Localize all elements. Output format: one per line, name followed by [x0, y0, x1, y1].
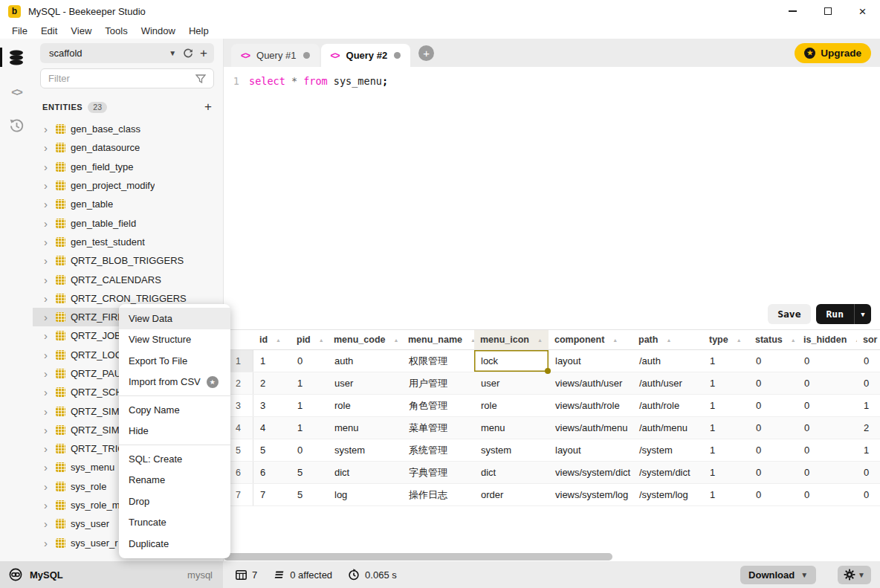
table-cell[interactable]: dict [474, 462, 549, 483]
context-menu-item[interactable]: View Structure [119, 329, 230, 351]
table-cell[interactable]: order [474, 484, 549, 505]
table-cell[interactable]: 0 [857, 484, 880, 505]
sidebar-entity[interactable]: ›gen_test_student [33, 233, 223, 251]
column-header-pid[interactable]: pid▲ [291, 330, 328, 349]
chevron-right-icon[interactable]: › [44, 481, 51, 492]
chevron-right-icon[interactable]: › [44, 255, 51, 266]
sidebar-entity[interactable]: ›QRTZ_BLOB_TRIGGERS [33, 251, 223, 270]
table-cell[interactable]: 3 [253, 395, 291, 416]
table-cell[interactable]: /auth/menu [632, 417, 703, 439]
close-button[interactable]: × [845, 0, 880, 22]
menu-window[interactable]: Window [135, 25, 182, 36]
column-header-component[interactable]: component▲ [549, 330, 632, 349]
sort-icon[interactable]: ▲ [319, 337, 324, 343]
sort-icon[interactable]: ▲ [537, 337, 543, 343]
table-cell[interactable]: 0 [749, 372, 798, 394]
chevron-right-icon[interactable]: › [44, 424, 51, 436]
chevron-right-icon[interactable]: › [44, 293, 51, 304]
table-cell[interactable]: 0 [798, 395, 857, 416]
sidebar-tab-tables[interactable] [0, 45, 33, 70]
column-header-path[interactable]: path▲ [632, 330, 703, 349]
table-cell[interactable]: menu [328, 417, 402, 439]
table-cell[interactable]: views/system/log [549, 484, 632, 505]
column-header-type[interactable]: type▲ [703, 330, 749, 349]
chevron-right-icon[interactable]: › [44, 500, 51, 511]
table-cell[interactable]: 5 [291, 484, 328, 505]
table-cell[interactable]: 0 [798, 417, 857, 439]
column-header-sor[interactable]: sor▲ [857, 330, 880, 349]
filter-input[interactable] [48, 73, 195, 84]
table-cell[interactable]: lock [474, 350, 549, 372]
tab-unsaved-dot[interactable] [303, 52, 310, 59]
save-button[interactable]: Save [768, 304, 810, 324]
chevron-right-icon[interactable]: › [44, 236, 51, 248]
chevron-right-icon[interactable]: › [44, 537, 51, 549]
run-label[interactable]: Run [816, 308, 854, 320]
table-cell[interactable]: 角色管理 [402, 395, 474, 416]
menu-file[interactable]: File [5, 25, 34, 36]
table-cell[interactable]: 2 [857, 417, 880, 439]
table-cell[interactable]: 1 [291, 372, 328, 394]
table-cell[interactable]: auth [328, 350, 402, 372]
table-cell[interactable]: 操作日志 [402, 484, 474, 505]
table-cell[interactable]: 1 [703, 372, 749, 394]
table-cell[interactable]: user [328, 372, 402, 394]
chevron-right-icon[interactable]: › [44, 443, 51, 454]
menu-help[interactable]: Help [182, 25, 216, 36]
table-cell[interactable]: 0 [857, 350, 880, 372]
menu-view[interactable]: View [64, 25, 98, 36]
run-options-caret-icon[interactable]: ▼ [855, 311, 871, 318]
table-cell[interactable]: 1 [703, 439, 749, 461]
table-cell[interactable]: 0 [798, 439, 857, 461]
sidebar-entity[interactable]: ›QRTZ_CALENDARS [33, 270, 223, 288]
table-cell[interactable]: views/system/dict [549, 462, 632, 483]
table-cell[interactable]: 系统管理 [402, 439, 474, 461]
sort-icon[interactable]: ▲ [791, 337, 796, 343]
table-cell[interactable]: 1 [857, 439, 880, 461]
table-cell[interactable]: 0 [749, 395, 798, 416]
chevron-right-icon[interactable]: › [44, 274, 51, 285]
table-cell[interactable]: 1 [703, 395, 749, 416]
statusbar-connection[interactable]: MySQL mysql [0, 561, 223, 588]
table-cell[interactable]: 权限管理 [402, 350, 474, 372]
chevron-right-icon[interactable]: › [44, 462, 51, 473]
table-cell[interactable]: 0 [749, 462, 798, 483]
entity-filter[interactable] [40, 68, 214, 88]
table-cell[interactable]: 字典管理 [402, 462, 474, 483]
refresh-icon[interactable] [183, 48, 193, 59]
table-cell[interactable]: 0 [749, 439, 798, 461]
chevron-right-icon[interactable]: › [44, 198, 51, 210]
add-entity-icon[interactable]: + [204, 100, 212, 114]
table-cell[interactable]: /system/dict [632, 462, 703, 483]
table-cell[interactable]: /system/log [632, 484, 703, 505]
table-cell[interactable]: 0 [749, 484, 798, 505]
column-header-menu_icon[interactable]: menu_icon▲ [474, 330, 549, 349]
sort-icon[interactable]: ▲ [666, 337, 671, 343]
table-cell[interactable]: 1 [703, 484, 749, 505]
context-menu-item[interactable]: Hide [119, 421, 230, 442]
table-cell[interactable]: /auth/role [632, 395, 703, 416]
table-cell[interactable]: role [328, 395, 402, 416]
menu-edit[interactable]: Edit [34, 25, 64, 36]
column-header-is_hidden[interactable]: is_hidden▲ [798, 330, 857, 349]
sidebar-entity[interactable]: ›gen_field_type [33, 158, 223, 176]
sort-icon[interactable]: ▲ [612, 337, 618, 343]
table-cell[interactable]: views/auth/menu [549, 417, 632, 439]
table-cell[interactable]: system [328, 439, 402, 461]
column-header-id[interactable]: id▲ [253, 330, 291, 349]
context-menu-item[interactable]: Copy Name [119, 399, 230, 421]
table-cell[interactable]: 1 [291, 417, 328, 439]
context-menu-item[interactable]: Duplicate [119, 533, 230, 555]
column-header-menu_name[interactable]: menu_name▲ [402, 330, 474, 349]
table-cell[interactable]: 6 [253, 462, 291, 483]
table-cell[interactable]: user [474, 372, 549, 394]
sidebar-entity[interactable]: ›gen_table [33, 195, 223, 213]
table-cell[interactable]: 1 [291, 395, 328, 416]
table-cell[interactable]: 0 [291, 439, 328, 461]
new-tab-button[interactable]: + [418, 45, 434, 61]
column-header-status[interactable]: status▲ [749, 330, 798, 349]
query-tab[interactable]: <>Query #2 [321, 44, 411, 67]
chevron-right-icon[interactable]: › [44, 387, 51, 398]
sort-icon[interactable]: ▲ [393, 337, 398, 343]
chevron-right-icon[interactable]: › [44, 311, 51, 323]
